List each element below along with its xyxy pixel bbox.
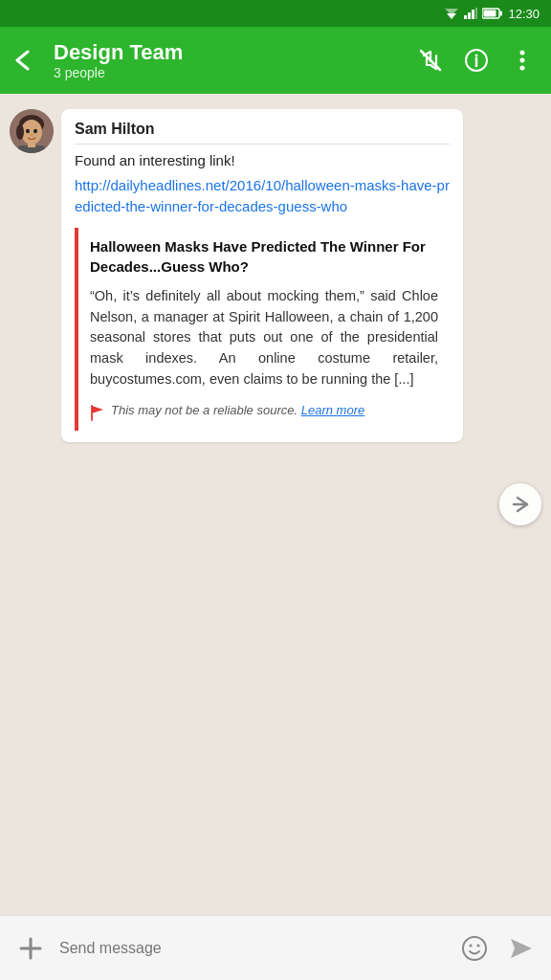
sender-name: Sam Hilton xyxy=(75,121,450,145)
preview-title: Halloween Masks Have Predicted The Winne… xyxy=(90,237,438,277)
svg-point-29 xyxy=(463,937,486,960)
chat-area: Sam Hilton Found an interesting link! ht… xyxy=(0,94,551,915)
signal-icon xyxy=(464,8,477,19)
status-bar: 12:30 xyxy=(0,0,551,27)
app-bar: Design Team 3 people xyxy=(0,27,551,94)
svg-point-19 xyxy=(16,124,24,140)
wifi-icon xyxy=(444,8,459,19)
app-bar-title-section: Design Team 3 people xyxy=(50,40,406,80)
svg-point-30 xyxy=(470,944,473,947)
back-icon xyxy=(12,50,37,71)
mute-icon xyxy=(418,48,443,73)
message-bubble: Sam Hilton Found an interesting link! ht… xyxy=(61,109,463,442)
svg-point-12 xyxy=(475,55,478,57)
preview-body: “Oh, it’s definitely all about mocking t… xyxy=(90,286,438,390)
more-icon xyxy=(519,49,525,72)
avatar-image xyxy=(10,109,54,153)
message-row: Sam Hilton Found an interesting link! ht… xyxy=(10,109,541,442)
svg-rect-21 xyxy=(28,141,35,147)
warning-row: This may not be a reliable source. Learn… xyxy=(90,402,438,421)
svg-marker-25 xyxy=(92,406,103,413)
chat-subtitle: 3 people xyxy=(54,65,406,80)
svg-point-22 xyxy=(26,129,30,133)
avatar xyxy=(10,109,54,153)
svg-marker-32 xyxy=(511,939,532,958)
info-icon xyxy=(464,48,489,73)
svg-rect-3 xyxy=(468,12,471,19)
mute-button[interactable] xyxy=(409,39,452,81)
link-preview-card: Halloween Masks Have Predicted The Winne… xyxy=(75,228,450,430)
status-time: 12:30 xyxy=(508,7,540,21)
info-button[interactable] xyxy=(455,39,497,81)
emoji-button[interactable] xyxy=(457,931,492,966)
svg-rect-5 xyxy=(475,8,477,19)
emoji-icon xyxy=(461,935,488,962)
forward-icon xyxy=(510,494,531,515)
svg-rect-7 xyxy=(500,11,503,16)
chat-title: Design Team xyxy=(54,40,406,65)
svg-rect-2 xyxy=(464,15,467,19)
message-input[interactable] xyxy=(59,940,446,957)
flag-icon xyxy=(90,404,105,421)
svg-point-15 xyxy=(520,66,525,71)
add-button[interactable] xyxy=(13,931,48,966)
learn-more-link[interactable]: Learn more xyxy=(301,403,364,417)
app-bar-actions xyxy=(409,39,543,81)
forward-button[interactable] xyxy=(499,483,541,525)
battery-icon xyxy=(482,8,503,19)
message-link[interactable]: http://dailyheadlines.net/2016/10/hallow… xyxy=(75,175,450,217)
svg-marker-1 xyxy=(445,9,458,15)
svg-point-14 xyxy=(520,58,525,63)
status-icons: 12:30 xyxy=(444,7,540,21)
svg-point-23 xyxy=(33,129,37,133)
warning-text: This may not be a reliable source. Learn… xyxy=(111,402,364,419)
send-icon xyxy=(507,935,534,962)
add-icon xyxy=(17,935,44,962)
bottom-bar xyxy=(0,915,551,980)
svg-point-31 xyxy=(477,944,480,947)
back-button[interactable] xyxy=(4,39,46,81)
message-text-prefix: Found an interesting link! xyxy=(75,150,450,171)
svg-rect-8 xyxy=(484,11,496,17)
svg-point-13 xyxy=(520,51,525,56)
svg-rect-4 xyxy=(472,10,474,19)
svg-point-24 xyxy=(31,134,33,136)
more-button[interactable] xyxy=(501,39,543,81)
send-button[interactable] xyxy=(503,931,538,966)
